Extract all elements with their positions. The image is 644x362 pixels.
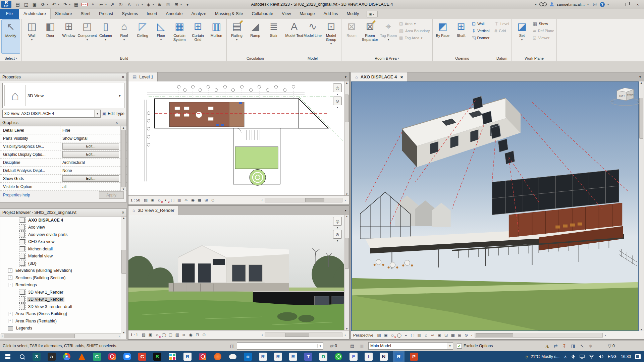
- crop-view-icon[interactable]: ▢: [170, 197, 176, 203]
- app-ccleaner[interactable]: C: [138, 352, 147, 361]
- tree-item-kitchen-detail[interactable]: kitchen detail: [0, 245, 126, 253]
- type-selector[interactable]: ⌂ 3D View ▼: [2, 83, 124, 108]
- sync-with-central-icon[interactable]: ⟳: [39, 1, 47, 8]
- properties-help-link[interactable]: Properties help: [3, 193, 30, 197]
- temporary-hide-isolate-icon[interactable]: ∞: [181, 332, 187, 338]
- plan-canvas[interactable]: [128, 81, 344, 196]
- tab-architecture[interactable]: Architecture: [19, 8, 51, 19]
- zoom-chevron-icon[interactable]: ▾: [333, 106, 342, 109]
- sun-path-icon[interactable]: ☼: [154, 332, 160, 338]
- tag-area-chevron-icon[interactable]: ▾: [421, 37, 422, 40]
- property-value[interactable]: Architectural: [62, 160, 85, 165]
- tree-item-area-plans-rentable[interactable]: +Area Plans (Rentable): [0, 317, 126, 325]
- customize-qat-icon[interactable]: ▾: [183, 1, 192, 8]
- worksharing-display-icon[interactable]: ▦: [450, 332, 456, 338]
- window-button[interactable]: ⊞Window: [60, 19, 78, 53]
- restore-button[interactable]: [624, 1, 631, 7]
- door-button[interactable]: ◧Door: [41, 19, 59, 53]
- drag-on-selection-toggle-icon[interactable]: ↖: [580, 343, 584, 349]
- render-gallery-icon[interactable]: ◒: [403, 332, 409, 338]
- app-chrome[interactable]: [62, 352, 71, 361]
- component-button[interactable]: ◰Component▾: [78, 19, 96, 53]
- tab-3d-view-2-render[interactable]: ⌂ 3D View 2_Render: [128, 206, 179, 215]
- column-chevron-icon[interactable]: ▾: [105, 38, 106, 42]
- app-s-black[interactable]: S: [153, 352, 162, 361]
- start-button[interactable]: [0, 351, 15, 362]
- tab-analyze[interactable]: Analyze: [187, 9, 211, 19]
- properties-header[interactable]: Properties ×: [0, 73, 126, 81]
- edit-type-button[interactable]: ▣ Edit Type: [102, 111, 124, 116]
- property-value[interactable]: Fine: [62, 128, 70, 133]
- tree-item-material-view[interactable]: Material view: [0, 253, 126, 260]
- view-scale[interactable]: 1 : 1: [130, 333, 138, 337]
- user-menu-chevron-icon[interactable]: ▾: [587, 3, 590, 6]
- instance-selector[interactable]: 3D View: AXO DISPLACE 4 ▾: [2, 110, 101, 118]
- selection-filter[interactable]: ▽ :0: [608, 341, 615, 351]
- room-area-panel-label[interactable]: Room & Area▾: [342, 55, 431, 61]
- tree-item-3d-view-3-render-draft[interactable]: 3D View 3_render_draft: [0, 303, 126, 310]
- tab-file[interactable]: File: [0, 9, 19, 19]
- design-option-selector[interactable]: Main Model▾: [368, 342, 453, 350]
- select-panel-label[interactable]: Select▾: [1, 55, 20, 61]
- app-powerpoint[interactable]: P: [410, 352, 418, 361]
- axo-vscrollbar[interactable]: ▲▼: [639, 81, 644, 331]
- plan-hscrollbar[interactable]: [265, 198, 342, 202]
- redo-chevron-icon[interactable]: ▾: [69, 3, 72, 6]
- room-area-panel-chevron-icon[interactable]: ▾: [398, 57, 399, 60]
- tree-item-axo-view-divide-parts[interactable]: Axo view divide parts: [0, 231, 126, 238]
- property-value[interactable]: Show Original: [62, 136, 88, 141]
- app-f-blue[interactable]: F: [349, 352, 358, 361]
- railing-button[interactable]: ▤Railing▾: [228, 19, 246, 53]
- set-button[interactable]: ◪Set▾: [513, 19, 531, 53]
- app-3ds-max[interactable]: 3: [32, 352, 41, 361]
- view-list-chevron-icon[interactable]: ▾: [345, 75, 349, 79]
- scroll-right-icon[interactable]: ›: [343, 333, 347, 337]
- help-icon[interactable]: ?: [600, 2, 605, 7]
- steering-wheel-icon[interactable]: ◎: [333, 83, 342, 92]
- property-value[interactable]: None: [62, 168, 72, 173]
- tree-expander-icon[interactable]: -: [8, 283, 12, 287]
- modify-button[interactable]: ↖Modify: [1, 19, 20, 54]
- tab-axo-displace-4[interactable]: ⌂ AXO DISPLACE 4 ×: [351, 72, 407, 81]
- active-workset-box[interactable]: ▾: [237, 342, 323, 350]
- app-revit-white[interactable]: R: [183, 352, 192, 361]
- model-text-button[interactable]: AModel Text: [285, 19, 303, 53]
- floor-button[interactable]: ◺Floor▾: [152, 19, 170, 53]
- render-icon[interactable]: ◯: [161, 332, 167, 338]
- curtain-grid-button[interactable]: ⊞Curtain Grid: [189, 19, 207, 53]
- roof-button[interactable]: ⌂Roof▾: [115, 19, 133, 53]
- mullion-button[interactable]: ▥Mullion: [207, 19, 225, 53]
- edit-button[interactable]: Edit...: [62, 143, 119, 149]
- background-processes-icon[interactable]: ∗: [589, 343, 593, 349]
- undo-chevron-icon[interactable]: ▾: [58, 3, 61, 6]
- help-menu-chevron-icon[interactable]: ▾: [607, 3, 610, 6]
- minimize-button[interactable]: –: [613, 1, 621, 7]
- tree-expander-icon[interactable]: +: [8, 276, 12, 280]
- tree-item-legends[interactable]: Legends: [0, 325, 126, 332]
- undo-icon[interactable]: ↶: [50, 1, 58, 8]
- tree-item-area-plans-gross-building[interactable]: +Area Plans (Gross Building): [0, 310, 126, 318]
- property-value[interactable]: all: [62, 184, 66, 189]
- properties-close-icon[interactable]: ×: [122, 74, 124, 80]
- vertical-button[interactable]: ⇕Vertical: [472, 28, 490, 33]
- app-camtasia[interactable]: C: [93, 352, 101, 361]
- detail-level-icon[interactable]: ▨: [141, 332, 147, 338]
- by-face-button[interactable]: ◩By Face: [434, 19, 452, 53]
- shaft-button[interactable]: ⊞Shaft: [452, 19, 470, 53]
- app-zoom[interactable]: [123, 352, 131, 361]
- show-crop-region-icon[interactable]: ▥: [174, 332, 180, 338]
- graphics-section-header[interactable]: Graphics ˄: [0, 119, 126, 126]
- worksharing-display-icon[interactable]: ⊞: [203, 197, 209, 203]
- tab-insert[interactable]: Insert: [142, 9, 161, 19]
- taskbar-search-icon[interactable]: [15, 351, 29, 362]
- wifi-icon[interactable]: [589, 355, 594, 359]
- tree-item-sections-building-section[interactable]: +Sections (Building Section): [0, 274, 126, 282]
- tab-collaborate[interactable]: Collaborate: [247, 9, 277, 19]
- select-pinned-toggle-icon[interactable]: ↧: [562, 343, 567, 349]
- search-icon[interactable]: [539, 2, 547, 6]
- set-chevron-icon[interactable]: ▾: [521, 38, 523, 42]
- view-list-chevron-icon[interactable]: ▾: [345, 208, 349, 212]
- scroll-left-icon[interactable]: ‹: [260, 198, 264, 202]
- display-icon[interactable]: [580, 355, 585, 359]
- area-chevron-icon[interactable]: ▾: [414, 22, 416, 25]
